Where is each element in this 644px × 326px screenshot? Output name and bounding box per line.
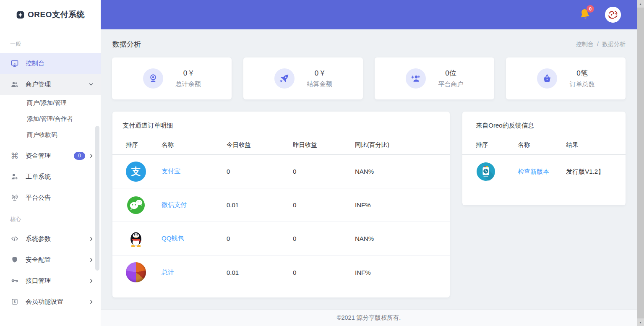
wechat-icon (126, 195, 146, 215)
col-ratio: 同比(百分比) (355, 141, 436, 149)
app-root: OREO支付系统 一般 控制台 商户管理 商户/添加/管理 添加/管理/合作者 … (0, 0, 644, 326)
stat-value: 0位 (445, 68, 456, 78)
breadcrumb: 控制台 / 数据分析 (576, 41, 626, 48)
funds-count-badge: 0 (74, 152, 85, 160)
stat-card-orders: 0笔 订单总数 (506, 57, 626, 99)
sidebar-item-system-params[interactable]: 系统参数 (0, 228, 101, 249)
cell-yesterday: 0 (293, 269, 355, 276)
col-yesterday: 昨日收益 (293, 141, 355, 149)
rocket-icon (274, 68, 295, 89)
channel-link-alipay[interactable]: 支付宝 (162, 167, 227, 175)
stat-value: 0笔 (576, 68, 587, 78)
notification-count-badge: 0 (587, 5, 594, 13)
command-icon: ⌘ (10, 152, 19, 160)
stat-label: 平台商户 (438, 81, 464, 89)
sidebar-section-general: 一般 (0, 29, 101, 53)
breadcrumb-separator: / (597, 41, 599, 48)
check-new-version-link[interactable]: 检查新版本 (518, 168, 566, 176)
notification-bell-button[interactable]: 0 (578, 8, 592, 22)
users-icon (10, 80, 19, 89)
col-name: 名称 (162, 141, 227, 149)
sidebar-item-label: 商户管理 (26, 81, 51, 89)
col-sort: 排序 (476, 141, 518, 149)
stats-row: 0 ¥ 总计余额 0 ¥ 结算金额 0位 平台商户 (101, 57, 637, 99)
page-scrollbar[interactable]: ▲ ▼ (637, 0, 644, 326)
chevron-right-icon (89, 153, 94, 159)
user-avatar[interactable] (605, 7, 621, 23)
sidebar-item-label: 平台公告 (26, 194, 51, 202)
sidebar-item-label: 安全配置 (26, 256, 51, 264)
sidebar-subitem-merchant-qrcode[interactable]: 商户收款码 (0, 127, 101, 143)
channel-link-qq[interactable]: QQ钱包 (162, 235, 227, 243)
broadcast-icon (10, 193, 19, 202)
sidebar-item-label: 控制台 (26, 60, 44, 68)
sidebar-item-console[interactable]: 控制台 (0, 53, 101, 74)
stat-card-total-balance: 0 ¥ 总计余额 (112, 57, 232, 99)
cell-today: 0.01 (227, 201, 293, 209)
footer: ©2021 源分享版权所有. (101, 309, 637, 326)
sidebar-item-funds[interactable]: ⌘ 资金管理 0 (0, 145, 101, 166)
cell-ratio: NAN% (355, 168, 436, 175)
sidebar-item-security[interactable]: 安全配置 (0, 249, 101, 270)
sidebar-section-core: 核心 (0, 208, 101, 228)
stat-card-merchants: 0位 平台商户 (375, 57, 494, 99)
col-name: 名称 (518, 141, 566, 149)
cell-ratio: INF% (355, 201, 436, 209)
sidebar-item-label: 系统参数 (26, 235, 51, 243)
sidebar: OREO支付系统 一般 控制台 商户管理 商户/添加/管理 添加/管理/合作者 … (0, 0, 101, 326)
breadcrumb-current: 数据分析 (602, 41, 626, 48)
cell-today: 0.01 (227, 269, 293, 276)
cell-today: 0 (227, 168, 293, 175)
chevron-right-icon (89, 278, 94, 284)
scrollbar-up-arrow[interactable]: ▲ (637, 0, 644, 8)
cell-yesterday: 0 (293, 201, 355, 209)
table-row-total: 总计 0.01 0 INF% (112, 256, 450, 289)
col-result: 结果 (566, 141, 612, 149)
table-row-alipay: 支 支付宝 0 0 NAN% (112, 155, 450, 188)
sidebar-item-label: 接口管理 (26, 277, 51, 285)
sidebar-item-member-settings[interactable]: $ 会员功能设置 (0, 291, 101, 312)
sidebar-subitem-partner-manage[interactable]: 添加/管理/合作者 (0, 111, 101, 127)
shield-icon (10, 256, 19, 263)
pie-chart-icon (126, 262, 146, 282)
app-logo[interactable]: OREO支付系统 (0, 0, 101, 29)
copyright-text: ©2021 源分享版权所有. (337, 314, 401, 322)
feedback-row-version: 检查新版本 发行版V1.2】 (462, 155, 626, 188)
basket-icon (537, 68, 557, 89)
sidebar-subitem-merchant-manage[interactable]: 商户/添加/管理 (0, 95, 101, 111)
alipay-icon: 支 (126, 162, 146, 182)
breadcrumb-console-link[interactable]: 控制台 (576, 41, 594, 48)
page-title: 数据分析 (112, 39, 141, 49)
chevron-down-icon (88, 81, 94, 87)
sidebar-item-announcement[interactable]: 平台公告 (0, 187, 101, 208)
user-gear-icon (10, 172, 19, 181)
feedback-card-title: 来自Oreo的反馈信息 (462, 122, 626, 130)
col-sort: 排序 (126, 141, 162, 149)
sidebar-item-merchant[interactable]: 商户管理 (0, 74, 101, 95)
stat-label: 订单总数 (570, 81, 595, 89)
cell-result: 发行版V1.2】 (566, 168, 612, 176)
stat-value: 0 ¥ (183, 69, 193, 78)
cell-today: 0 (227, 235, 293, 242)
cell-ratio: NAN% (355, 235, 436, 242)
stat-card-settlement: 0 ¥ 结算金额 (243, 57, 363, 99)
chevron-right-icon (89, 299, 94, 305)
sidebar-item-api[interactable]: 接口管理 (0, 270, 101, 291)
scrollbar-down-arrow[interactable]: ▼ (637, 318, 644, 326)
sidebar-item-tickets[interactable]: 工单系统 (0, 166, 101, 187)
app-title: OREO支付系统 (28, 9, 85, 20)
sidebar-scrollbar-thumb[interactable] (95, 126, 99, 271)
svg-text:$: $ (14, 300, 16, 304)
col-today: 今日收益 (227, 141, 293, 149)
feedback-card: 来自Oreo的反馈信息 排序 名称 结果 检查新版本 发行版V1.2】 (462, 112, 626, 205)
sidebar-item-label: 会员功能设置 (26, 298, 63, 306)
cell-ratio: INF% (355, 269, 436, 276)
version-clock-icon (476, 162, 496, 182)
key-icon (10, 276, 19, 285)
feedback-table-header: 排序 名称 结果 (462, 136, 626, 155)
stat-label: 结算金额 (307, 80, 332, 88)
channel-link-wechat[interactable]: 微信支付 (162, 201, 227, 209)
channel-link-total[interactable]: 总计 (162, 269, 227, 276)
chevron-right-icon (89, 257, 94, 263)
table-row-qq: QQ钱包 0 0 NAN% (112, 222, 450, 256)
